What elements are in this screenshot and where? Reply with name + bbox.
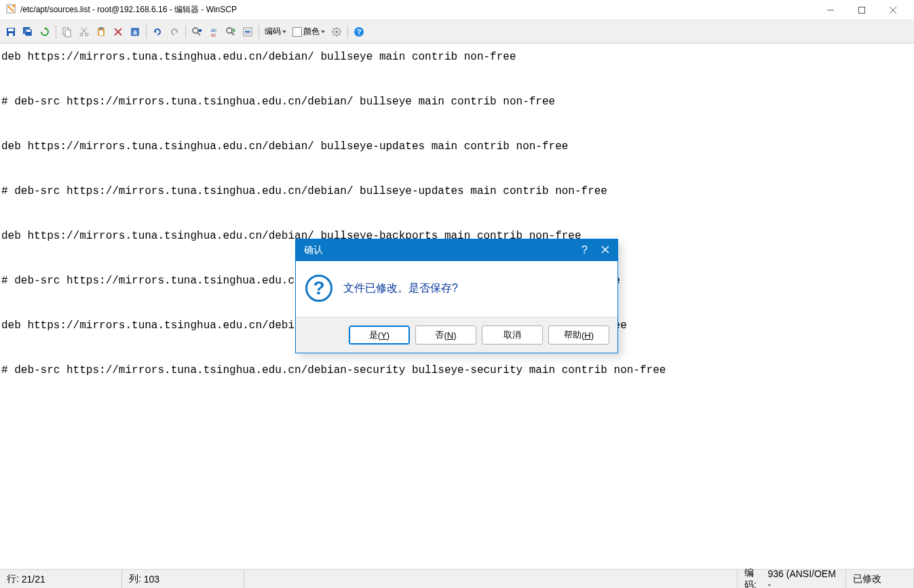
help-key: H [584,330,590,340]
svg-rect-18 [99,27,103,29]
enc-value: 936 (ANSI/OEM - [767,568,839,589]
svg-rect-2 [859,7,865,13]
titlebar-left: /etc/apt/sources.list - root@192.168.6.1… [5,3,237,16]
encoding-dropdown[interactable]: 编码 [262,26,289,37]
svg-point-13 [80,33,83,36]
redo-icon[interactable] [166,24,183,40]
svg-rect-6 [8,28,14,31]
maximize-button[interactable] [846,0,877,20]
question-icon: ? [305,275,332,302]
svg-point-29 [227,28,232,33]
no-key: N [447,330,453,340]
separator [185,25,186,39]
undo-icon[interactable] [149,24,166,40]
svg-rect-7 [9,33,13,36]
dialog-title: 确认 [304,244,323,256]
app-icon [5,3,16,16]
dropdown-icon [321,31,325,33]
close-button[interactable] [877,0,909,20]
find-icon[interactable] [189,24,205,40]
goto-icon[interactable] [240,24,256,40]
dropdown-icon [282,31,286,33]
help-icon[interactable]: ? [351,24,367,40]
svg-text:a: a [133,28,137,36]
svg-line-16 [81,28,86,33]
settings-icon[interactable] [328,24,345,40]
color-label: 颜色 [303,26,320,37]
svg-rect-10 [26,30,31,32]
statusbar: 行: 21/21 列: 103 编码: 936 (ANSI/OEM - 已修改 [0,569,914,588]
svg-line-30 [231,33,234,35]
status-modified: 已修改 [846,570,914,588]
dialog-buttons: 是(Y) 否(N) 取消 帮助(H) [296,317,617,353]
save-all-icon[interactable] [20,24,36,40]
confirm-dialog: 确认 ? ? 文件已修改。是否保存? 是(Y) 否(N) 取消 帮助(H) [295,239,618,353]
cut-icon[interactable] [76,24,92,40]
help-button[interactable]: 帮助(H) [548,326,609,345]
status-row: 行: 21/21 [0,570,122,588]
cancel-label: 取消 [503,329,521,341]
dialog-close-icon[interactable] [601,245,609,256]
status-encoding: 编码: 936 (ANSI/OEM - [738,570,846,588]
dialog-titlebar-controls: ? [582,244,609,256]
svg-text:ac: ac [211,33,216,37]
paste-icon[interactable] [93,24,109,40]
separator [259,25,259,39]
dialog-titlebar[interactable]: 确认 ? [296,239,617,261]
window-controls [815,0,909,20]
svg-rect-19 [99,31,103,35]
delete-icon[interactable] [110,24,126,40]
svg-line-44 [339,28,341,30]
save-icon[interactable] [3,24,19,40]
separator [347,25,348,39]
svg-line-42 [339,34,341,35]
row-label: 行: [7,573,19,585]
row-value: 21/21 [22,574,45,585]
col-value: 103 [144,574,159,585]
status-char [244,570,738,588]
help-label: 帮助 [564,329,582,341]
svg-rect-12 [65,30,71,37]
svg-point-36 [335,31,338,33]
dialog-message: 文件已修改。是否保存? [343,281,458,296]
toolbar: a abac 编码 颜色 ? [0,20,914,43]
no-button[interactable]: 否(N) [415,326,476,345]
status-col: 列: 103 [122,570,244,588]
svg-text:?: ? [357,28,362,36]
separator [56,25,56,39]
minimize-button[interactable] [815,0,846,20]
titlebar: /etc/apt/sources.list - root@192.168.6.1… [0,0,914,20]
col-label: 列: [129,573,141,585]
svg-rect-26 [199,29,202,32]
svg-point-14 [85,33,88,36]
svg-line-15 [82,28,87,33]
svg-point-24 [193,28,198,33]
svg-line-43 [333,34,335,35]
svg-text:ab: ab [211,28,216,33]
svg-line-25 [197,33,200,35]
yes-key: Y [381,330,387,340]
no-label: 否 [435,329,444,341]
replace-icon[interactable]: abac [206,24,222,40]
cancel-button[interactable]: 取消 [482,326,543,345]
color-dropdown[interactable]: 颜色 [290,26,328,37]
separator [146,25,147,39]
yes-label: 是 [369,329,378,341]
find-next-icon[interactable] [223,24,239,40]
enc-label: 编码: [744,567,765,589]
color-swatch-icon [292,27,302,37]
window-title: /etc/apt/sources.list - root@192.168.6.1… [20,4,237,16]
yes-button[interactable]: 是(Y) [349,326,410,345]
encoding-label: 编码 [265,26,281,37]
dialog-help-icon[interactable]: ? [582,244,588,256]
reload-icon[interactable] [37,24,53,40]
svg-line-41 [333,28,335,30]
select-all-icon[interactable]: a [127,24,143,40]
dialog-body: ? 文件已修改。是否保存? [296,261,617,317]
copy-icon[interactable] [59,24,75,40]
